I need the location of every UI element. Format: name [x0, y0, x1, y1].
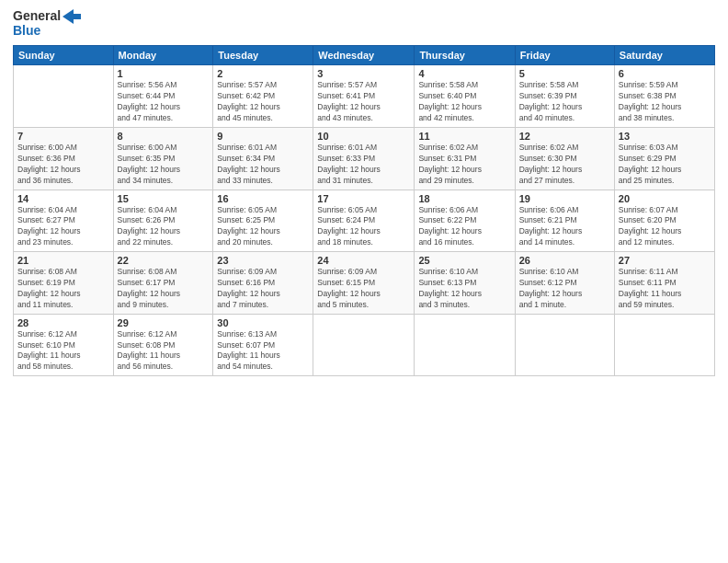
- calendar-cell: 14Sunrise: 6:04 AM Sunset: 6:27 PM Dayli…: [14, 190, 114, 252]
- calendar-cell: 24Sunrise: 6:09 AM Sunset: 6:15 PM Dayli…: [313, 252, 415, 315]
- day-number: 2: [217, 68, 309, 79]
- day-number: 13: [619, 131, 711, 142]
- day-info: Sunrise: 6:13 AM Sunset: 6:07 PM Dayligh…: [217, 329, 309, 373]
- calendar-header-friday: Friday: [515, 46, 614, 65]
- calendar-cell: 2Sunrise: 5:57 AM Sunset: 6:42 PM Daylig…: [213, 65, 313, 128]
- day-info: Sunrise: 5:58 AM Sunset: 6:39 PM Dayligh…: [519, 80, 610, 124]
- day-number: 16: [217, 193, 309, 204]
- calendar-header-row: SundayMondayTuesdayWednesdayThursdayFrid…: [14, 46, 715, 65]
- calendar-cell: [313, 314, 415, 376]
- calendar-cell: 25Sunrise: 6:10 AM Sunset: 6:13 PM Dayli…: [415, 252, 515, 315]
- day-info: Sunrise: 6:10 AM Sunset: 6:13 PM Dayligh…: [418, 267, 510, 311]
- calendar-week-2: 7Sunrise: 6:00 AM Sunset: 6:36 PM Daylig…: [14, 127, 715, 190]
- day-number: 20: [619, 193, 711, 204]
- header: General Blue: [13, 9, 715, 38]
- calendar-cell: 26Sunrise: 6:10 AM Sunset: 6:12 PM Dayli…: [515, 252, 614, 315]
- day-info: Sunrise: 6:02 AM Sunset: 6:30 PM Dayligh…: [519, 143, 610, 187]
- day-number: 18: [418, 193, 510, 204]
- day-number: 8: [118, 131, 210, 142]
- calendar-cell: 6Sunrise: 5:59 AM Sunset: 6:38 PM Daylig…: [614, 65, 714, 128]
- calendar-cell: 3Sunrise: 5:57 AM Sunset: 6:41 PM Daylig…: [313, 65, 415, 128]
- calendar-cell: 27Sunrise: 6:11 AM Sunset: 6:11 PM Dayli…: [614, 252, 714, 315]
- calendar-header-sunday: Sunday: [14, 46, 114, 65]
- day-info: Sunrise: 6:03 AM Sunset: 6:29 PM Dayligh…: [619, 143, 711, 187]
- day-info: Sunrise: 5:58 AM Sunset: 6:40 PM Dayligh…: [418, 80, 510, 124]
- day-info: Sunrise: 6:06 AM Sunset: 6:21 PM Dayligh…: [519, 205, 610, 249]
- calendar-cell: [515, 314, 614, 376]
- calendar-cell: 29Sunrise: 6:12 AM Sunset: 6:08 PM Dayli…: [113, 314, 213, 376]
- logo-blue: Blue: [13, 24, 40, 38]
- calendar-cell: 17Sunrise: 6:05 AM Sunset: 6:24 PM Dayli…: [313, 190, 415, 252]
- day-info: Sunrise: 6:12 AM Sunset: 6:08 PM Dayligh…: [118, 329, 210, 373]
- day-number: 6: [619, 68, 711, 79]
- day-number: 14: [17, 193, 109, 204]
- day-info: Sunrise: 6:06 AM Sunset: 6:22 PM Dayligh…: [418, 205, 510, 249]
- calendar-cell: 21Sunrise: 6:08 AM Sunset: 6:19 PM Dayli…: [14, 252, 114, 315]
- day-info: Sunrise: 6:12 AM Sunset: 6:10 PM Dayligh…: [17, 329, 109, 373]
- day-info: Sunrise: 6:05 AM Sunset: 6:24 PM Dayligh…: [317, 205, 410, 249]
- day-number: 21: [17, 255, 109, 266]
- calendar-cell: [415, 314, 515, 376]
- calendar-week-4: 21Sunrise: 6:08 AM Sunset: 6:19 PM Dayli…: [14, 252, 715, 315]
- day-number: 11: [418, 131, 510, 142]
- day-number: 17: [317, 193, 410, 204]
- calendar-header-tuesday: Tuesday: [213, 46, 313, 65]
- day-number: 3: [317, 68, 410, 79]
- day-number: 22: [118, 255, 210, 266]
- calendar-cell: [14, 65, 114, 128]
- day-number: 9: [217, 131, 309, 142]
- logo: General Blue: [13, 9, 81, 38]
- calendar-table: SundayMondayTuesdayWednesdayThursdayFrid…: [13, 45, 715, 376]
- calendar-week-1: 1Sunrise: 5:56 AM Sunset: 6:44 PM Daylig…: [14, 65, 715, 128]
- day-info: Sunrise: 5:59 AM Sunset: 6:38 PM Dayligh…: [619, 80, 711, 124]
- svg-marker-0: [63, 9, 81, 24]
- calendar-cell: 23Sunrise: 6:09 AM Sunset: 6:16 PM Dayli…: [213, 252, 313, 315]
- calendar-cell: 19Sunrise: 6:06 AM Sunset: 6:21 PM Dayli…: [515, 190, 614, 252]
- day-number: 30: [217, 317, 309, 328]
- day-info: Sunrise: 5:56 AM Sunset: 6:44 PM Dayligh…: [118, 80, 210, 124]
- day-info: Sunrise: 6:01 AM Sunset: 6:34 PM Dayligh…: [217, 143, 309, 187]
- day-number: 26: [519, 255, 610, 266]
- day-info: Sunrise: 6:04 AM Sunset: 6:26 PM Dayligh…: [118, 205, 210, 249]
- calendar-cell: 1Sunrise: 5:56 AM Sunset: 6:44 PM Daylig…: [113, 65, 213, 128]
- day-number: 1: [118, 68, 210, 79]
- calendar-cell: 15Sunrise: 6:04 AM Sunset: 6:26 PM Dayli…: [113, 190, 213, 252]
- day-info: Sunrise: 6:09 AM Sunset: 6:16 PM Dayligh…: [217, 267, 309, 311]
- day-info: Sunrise: 6:08 AM Sunset: 6:19 PM Dayligh…: [17, 267, 109, 311]
- day-info: Sunrise: 6:07 AM Sunset: 6:20 PM Dayligh…: [619, 205, 711, 249]
- day-number: 5: [519, 68, 610, 79]
- day-info: Sunrise: 6:05 AM Sunset: 6:25 PM Dayligh…: [217, 205, 309, 249]
- calendar-cell: 4Sunrise: 5:58 AM Sunset: 6:40 PM Daylig…: [415, 65, 515, 128]
- day-number: 7: [17, 131, 109, 142]
- day-number: 10: [317, 131, 410, 142]
- day-info: Sunrise: 5:57 AM Sunset: 6:42 PM Dayligh…: [217, 80, 309, 124]
- day-number: 4: [418, 68, 510, 79]
- calendar-header-monday: Monday: [113, 46, 213, 65]
- calendar-cell: 28Sunrise: 6:12 AM Sunset: 6:10 PM Dayli…: [14, 314, 114, 376]
- day-info: Sunrise: 6:01 AM Sunset: 6:33 PM Dayligh…: [317, 143, 410, 187]
- calendar-cell: 10Sunrise: 6:01 AM Sunset: 6:33 PM Dayli…: [313, 127, 415, 190]
- day-number: 25: [418, 255, 510, 266]
- logo-arrow-icon: [63, 9, 81, 24]
- day-number: 24: [317, 255, 410, 266]
- calendar-cell: 5Sunrise: 5:58 AM Sunset: 6:39 PM Daylig…: [515, 65, 614, 128]
- day-info: Sunrise: 6:11 AM Sunset: 6:11 PM Dayligh…: [619, 267, 711, 311]
- calendar-cell: 12Sunrise: 6:02 AM Sunset: 6:30 PM Dayli…: [515, 127, 614, 190]
- calendar-header-thursday: Thursday: [415, 46, 515, 65]
- day-number: 28: [17, 317, 109, 328]
- calendar-cell: 30Sunrise: 6:13 AM Sunset: 6:07 PM Dayli…: [213, 314, 313, 376]
- day-info: Sunrise: 6:08 AM Sunset: 6:17 PM Dayligh…: [118, 267, 210, 311]
- logo-general: General: [13, 9, 61, 23]
- calendar-week-5: 28Sunrise: 6:12 AM Sunset: 6:10 PM Dayli…: [14, 314, 715, 376]
- day-number: 29: [118, 317, 210, 328]
- calendar-cell: 16Sunrise: 6:05 AM Sunset: 6:25 PM Dayli…: [213, 190, 313, 252]
- logo-text-block: General Blue: [13, 9, 81, 38]
- day-number: 19: [519, 193, 610, 204]
- calendar-week-3: 14Sunrise: 6:04 AM Sunset: 6:27 PM Dayli…: [14, 190, 715, 252]
- logo-line1: General: [13, 9, 81, 24]
- day-number: 27: [619, 255, 711, 266]
- day-number: 15: [118, 193, 210, 204]
- day-info: Sunrise: 6:00 AM Sunset: 6:36 PM Dayligh…: [17, 143, 109, 187]
- day-info: Sunrise: 5:57 AM Sunset: 6:41 PM Dayligh…: [317, 80, 410, 124]
- day-number: 12: [519, 131, 610, 142]
